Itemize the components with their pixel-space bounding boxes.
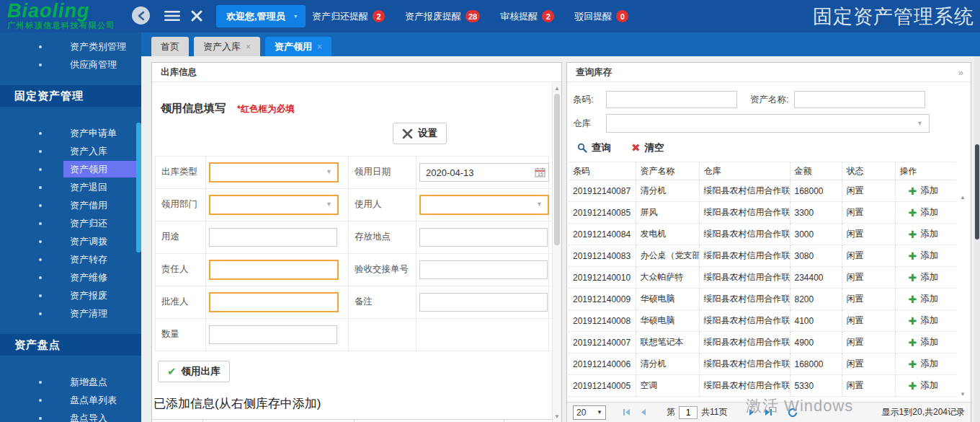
sidebar-collapse-button[interactable] xyxy=(132,6,150,25)
outbound-submit-button[interactable]: ✔ 领用出库 xyxy=(158,361,230,382)
inventory-table: 条码资产名称仓库金额状态操作 201912140087 清分机 绥阳县农村信用合… xyxy=(569,162,956,397)
text-input[interactable] xyxy=(209,260,339,280)
sidebar-item[interactable]: 资产类别管理 xyxy=(0,38,141,56)
add-to-outbound-button[interactable]: ✚ 添加 xyxy=(900,315,939,327)
cell-asset-name: 华硕电脑 xyxy=(636,289,699,310)
warehouse-select[interactable]: ▼ xyxy=(606,114,930,133)
sidebar-scrollbar[interactable] xyxy=(136,123,141,252)
sidebar-item[interactable]: 新增盘点 xyxy=(0,373,141,391)
text-input[interactable] xyxy=(419,260,548,279)
next-page-button[interactable] xyxy=(747,408,757,417)
add-to-outbound-button[interactable]: ✚ 添加 xyxy=(900,250,939,262)
notification-item[interactable]: 资产归还提醒 2 xyxy=(312,10,385,23)
tab-close-icon[interactable]: × xyxy=(317,43,322,51)
tab[interactable]: 首页 xyxy=(151,37,189,56)
page-number-input[interactable] xyxy=(679,406,698,419)
cell-action: ✚ 添加 xyxy=(895,353,956,375)
sidebar-item-label: 资产借用 xyxy=(70,196,107,214)
tab-close-icon[interactable]: × xyxy=(246,43,251,51)
page-size-select[interactable]: 20 ▼ xyxy=(573,405,606,420)
hamburger-menu-button[interactable] xyxy=(164,10,180,24)
page-scrollbar-thumb[interactable] xyxy=(975,144,979,239)
cell-action: ✚ 添加 xyxy=(895,202,956,224)
text-input[interactable] xyxy=(419,228,548,247)
cell-asset-name: 发电机 xyxy=(636,224,699,245)
sidebar-item[interactable]: 资产领用 xyxy=(0,160,141,178)
sidebar-item[interactable]: 盘点导入 xyxy=(0,409,141,422)
plus-icon: ✚ xyxy=(909,359,917,370)
add-to-outbound-button[interactable]: ✚ 添加 xyxy=(900,358,939,370)
notification-item[interactable]: 驳回提醒 0 xyxy=(574,10,628,23)
add-to-outbound-button[interactable]: ✚ 添加 xyxy=(900,228,939,240)
prev-page-button[interactable] xyxy=(638,408,648,417)
outbound-panel: 出库信息 领用信息填写 *红色框为必填 设置 出库类型▼领用日期2020-04-… xyxy=(151,62,562,422)
sidebar-item[interactable]: 资产退回 xyxy=(0,178,141,196)
tab[interactable]: 资产入库 × xyxy=(194,37,260,56)
refresh-button[interactable] xyxy=(788,408,798,418)
text-input[interactable] xyxy=(419,293,548,312)
chevron-down-icon: ▼ xyxy=(536,201,543,208)
inventory-table-body: 201912140087 清分机 绥阳县农村信用合作联社划 168000 闲置 … xyxy=(569,180,956,397)
sidebar-item-label: 资产领用 xyxy=(70,160,107,178)
table-row: 201912140087 清分机 绥阳县农村信用合作联社划 168000 闲置 … xyxy=(569,180,956,202)
bullet-icon xyxy=(39,186,42,189)
user-menu-button[interactable]: 欢迎您,管理员 ▼ xyxy=(216,5,306,27)
close-icon xyxy=(190,9,203,22)
cell-action: ✚ 添加 xyxy=(895,180,956,202)
outbound-panel-title: 出库信息 xyxy=(152,63,561,82)
text-input[interactable] xyxy=(209,292,339,312)
search-button[interactable]: 查询 xyxy=(577,141,611,154)
scroll-down-icon[interactable]: ▼ xyxy=(554,413,560,420)
add-label: 添加 xyxy=(920,206,938,219)
table-scroll-down-icon[interactable]: ▼ xyxy=(960,391,966,397)
form-select[interactable]: ▼ xyxy=(209,195,339,215)
scrollbar-thumb[interactable] xyxy=(554,94,560,245)
form-select[interactable]: ▼ xyxy=(209,162,339,183)
table-header-row: 条码资产名称仓库金额状态操作 xyxy=(569,162,956,180)
close-all-tabs-button[interactable] xyxy=(190,9,203,25)
sidebar-item[interactable]: 资产调拨 xyxy=(0,232,141,250)
sidebar-item[interactable]: 资产归还 xyxy=(0,214,141,232)
last-page-button[interactable] xyxy=(764,408,773,417)
panel-collapse-icon[interactable]: » xyxy=(958,63,963,82)
clear-button[interactable]: ✖ 清空 xyxy=(631,141,664,154)
notification-item[interactable]: 资产报废提醒 28 xyxy=(405,10,480,23)
tab-bar: 首页 资产入库 × 资产领用 × xyxy=(141,32,980,56)
text-input[interactable] xyxy=(209,228,337,247)
sidebar-item[interactable]: 盘点单列表 xyxy=(0,391,141,409)
scroll-up-icon[interactable]: ▲ xyxy=(554,85,560,92)
sidebar-item[interactable]: 供应商管理 xyxy=(0,56,141,74)
notification-list: 资产归还提醒 2 资产报废提醒 28 审核提醒 2 驳回提醒 0 xyxy=(312,0,628,32)
column-header: 条码 xyxy=(569,162,636,180)
settings-button[interactable]: 设置 xyxy=(393,123,447,144)
sidebar-item[interactable]: 资产申请单 xyxy=(0,124,141,142)
table-scroll-up-icon[interactable]: ▲ xyxy=(960,194,966,201)
sidebar-item[interactable]: 资产转存 xyxy=(0,250,141,268)
sidebar-item[interactable]: 资产报废 xyxy=(0,286,141,304)
notification-item[interactable]: 审核提醒 2 xyxy=(500,10,554,23)
add-to-outbound-button[interactable]: ✚ 添加 xyxy=(900,271,939,283)
tab[interactable]: 资产领用 × xyxy=(265,37,331,56)
sidebar-item[interactable]: 资产借用 xyxy=(0,196,141,214)
add-to-outbound-button[interactable]: ✚ 添加 xyxy=(900,379,939,392)
chevron-left-icon xyxy=(137,11,146,21)
page-scrollbar[interactable] xyxy=(974,56,980,422)
asset-name-input[interactable] xyxy=(794,91,925,108)
outbound-scrollbar[interactable]: ▲ ▼ xyxy=(552,83,561,422)
sidebar-item[interactable]: 资产清理 xyxy=(0,304,141,322)
add-to-outbound-button[interactable]: ✚ 添加 xyxy=(900,293,939,305)
add-to-outbound-button[interactable]: ✚ 添加 xyxy=(900,206,939,219)
date-input[interactable]: 2020-04-1315 xyxy=(419,163,549,182)
plus-icon: ✚ xyxy=(909,380,917,392)
text-input[interactable] xyxy=(209,325,337,344)
add-to-outbound-button[interactable]: ✚ 添加 xyxy=(900,185,939,197)
cell-barcode: 201912140006 xyxy=(569,353,636,375)
add-to-outbound-button[interactable]: ✚ 添加 xyxy=(900,336,939,348)
calendar-icon[interactable]: 15 xyxy=(535,167,545,177)
cell-status: 闲置 xyxy=(842,375,895,397)
first-page-button[interactable] xyxy=(622,408,631,417)
sidebar-item[interactable]: 资产维修 xyxy=(0,268,141,286)
barcode-input[interactable] xyxy=(606,91,737,108)
form-select[interactable]: ▼ xyxy=(419,195,549,215)
sidebar-item[interactable]: 资产入库 xyxy=(0,142,141,160)
